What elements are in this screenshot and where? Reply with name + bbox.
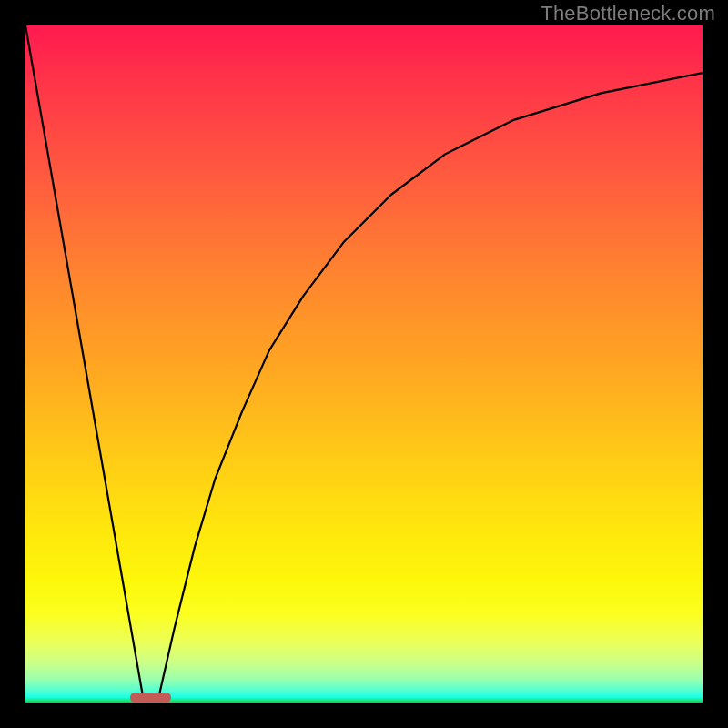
watermark-text: TheBottleneck.com bbox=[541, 2, 715, 25]
bottleneck-curve bbox=[25, 25, 703, 703]
curve-right-log-rise bbox=[157, 73, 703, 703]
chart-root: TheBottleneck.com bbox=[0, 0, 728, 728]
plot-area bbox=[25, 25, 703, 703]
minimum-marker bbox=[130, 693, 171, 703]
curve-left-linear-drop bbox=[25, 25, 144, 703]
